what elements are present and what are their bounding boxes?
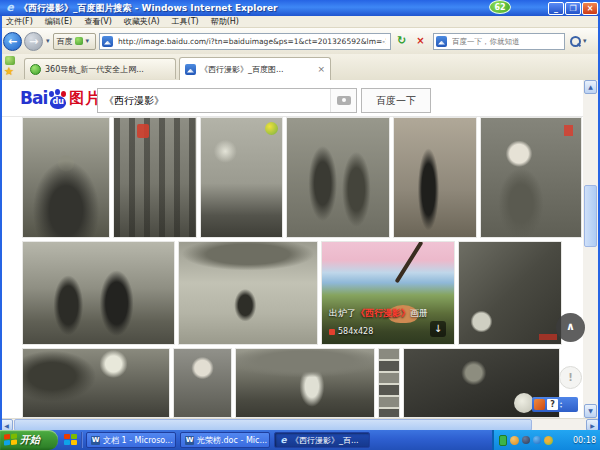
image-search-box[interactable]: [97, 88, 357, 113]
image-result[interactable]: [178, 241, 318, 345]
hover-caption: 出炉了《西行漫影》画册: [329, 307, 428, 320]
tab-close-icon[interactable]: ×: [317, 64, 325, 74]
desktop-screen: e 《西行漫影》_百度图片搜索 - Windows Internet Explo…: [0, 0, 600, 450]
quick-launch-icon[interactable]: [64, 434, 77, 446]
volume-tray-icon[interactable]: [533, 436, 541, 444]
qq-tray-icon[interactable]: [510, 436, 519, 445]
ime-sogou-icon[interactable]: [534, 399, 545, 410]
usb-device-tray-icon[interactable]: [499, 435, 507, 446]
system-tray: 00:18: [492, 430, 600, 450]
download-icon[interactable]: ↓: [430, 321, 446, 337]
search-magnifier-icon[interactable]: [567, 33, 582, 50]
address-input[interactable]: [116, 36, 388, 47]
back-to-top-button[interactable]: ∧: [556, 313, 585, 342]
forward-button[interactable]: →: [24, 32, 43, 51]
360-safety-tray-icon[interactable]: [544, 436, 553, 445]
image-size-label: 584x428: [329, 327, 373, 336]
minimize-button[interactable]: _: [548, 2, 564, 15]
360-score-badge[interactable]: 62: [489, 0, 511, 14]
ie-icon: e: [279, 436, 288, 445]
toolbar-dropdown-icon: ▾: [86, 37, 90, 45]
scroll-up-icon[interactable]: ▲: [584, 80, 597, 94]
taskbar-item-word-doc1[interactable]: W 文档 1 - Microso...: [86, 432, 176, 448]
favorites-star-icon[interactable]: ★: [4, 65, 14, 78]
taskbar: 开始 W 文档 1 - Microso... W 光荣榜.doc - Mic..…: [0, 430, 600, 450]
suggested-sites-icon[interactable]: [5, 56, 15, 65]
start-button[interactable]: 开始: [0, 430, 58, 450]
windows-flag-icon: [4, 434, 17, 447]
taskbar-clock[interactable]: 00:18: [573, 436, 596, 445]
ime-tray-icon[interactable]: [522, 436, 530, 444]
ime-toolbar[interactable]: ? ▴ ▾: [532, 397, 578, 412]
vertical-scrollbar[interactable]: ▲ ▼: [583, 80, 598, 418]
window-controls: _ ❐ ×: [548, 2, 598, 15]
image-result[interactable]: [393, 117, 477, 238]
baidu-paw-icon: du: [48, 90, 68, 110]
image-result-hovered[interactable]: 出炉了《西行漫影》画册 584x428 ↓: [321, 241, 455, 345]
toolbar-search-input[interactable]: [450, 36, 562, 47]
window-title: 《西行漫影》_百度图片搜索 - Windows Internet Explore…: [19, 2, 544, 15]
tab-label: 《西行漫影》_百度图...: [200, 64, 284, 75]
stop-button[interactable]: ×: [412, 33, 429, 50]
camera-search-icon[interactable]: [330, 89, 356, 112]
toolbar-status-icon: [75, 37, 83, 45]
ime-help-icon[interactable]: ?: [547, 399, 558, 410]
taskbar-divider: [81, 432, 83, 448]
360-favicon-icon: [30, 64, 41, 75]
baidu-search-button[interactable]: 百度一下: [361, 88, 431, 113]
menu-view[interactable]: 查看(V): [84, 16, 112, 27]
vertical-scroll-thumb[interactable]: [584, 185, 597, 247]
word-icon: W: [91, 436, 100, 445]
image-result[interactable]: [480, 117, 582, 238]
image-result[interactable]: [173, 348, 232, 418]
image-result[interactable]: [113, 117, 197, 238]
feedback-button[interactable]: !: [559, 366, 582, 389]
tab-label: 360导航_新一代安全上网...: [45, 64, 144, 75]
tab-bar: ★ 360导航_新一代安全上网... 《西行漫影》_百度图... ×: [0, 54, 600, 80]
image-result-strip[interactable]: [378, 348, 400, 418]
image-result[interactable]: [200, 117, 283, 238]
image-result[interactable]: [22, 117, 110, 238]
taskbar-item-label: 光荣榜.doc - Mic...: [197, 435, 267, 446]
close-button[interactable]: ×: [582, 2, 598, 15]
taskbar-item-label: 《西行漫影》_百...: [291, 435, 359, 446]
image-result[interactable]: [22, 241, 175, 345]
ime-expand-icons[interactable]: ▴ ▾: [560, 401, 562, 409]
caption-prefix: 出炉了: [329, 308, 356, 318]
baidu-header: Bai du 图片 百度一下: [0, 80, 583, 117]
baidu-favicon-icon: [185, 64, 196, 75]
menu-edit[interactable]: 编辑(E): [45, 16, 72, 27]
image-result[interactable]: [22, 348, 170, 418]
scroll-down-icon[interactable]: ▼: [584, 404, 597, 418]
tab-360-nav[interactable]: 360导航_新一代安全上网...: [24, 58, 176, 79]
caption-highlight: 《西行漫影》: [356, 308, 410, 318]
refresh-button[interactable]: ↻: [393, 33, 410, 50]
back-button[interactable]: ←: [3, 32, 22, 51]
tab-baidu-images-active[interactable]: 《西行漫影》_百度图... ×: [179, 57, 331, 80]
menu-file[interactable]: 文件(F): [6, 16, 33, 27]
toolbar-search-box[interactable]: [433, 33, 565, 50]
baidu-images-logo[interactable]: Bai du 图片: [20, 86, 101, 110]
search-options-dropdown-icon[interactable]: ▾: [583, 37, 587, 45]
menu-tools[interactable]: 工具(T): [172, 16, 199, 27]
image-result[interactable]: [235, 348, 375, 418]
taskbar-item-word-doc2[interactable]: W 光荣榜.doc - Mic...: [180, 432, 270, 448]
search-provider-icon: [436, 36, 447, 47]
taskbar-item-label: 文档 1 - Microso...: [103, 435, 173, 446]
restore-button[interactable]: ❐: [565, 2, 581, 15]
browser-viewport: Bai du 图片 百度一下 出炉了《西行漫影》画册 584x428: [0, 80, 583, 418]
baidu-toolbar-label: 百度: [57, 36, 73, 47]
menu-favorites[interactable]: 收藏夹(A): [124, 16, 160, 27]
baidu-toolbar-button[interactable]: 百度 ▾: [53, 33, 97, 50]
navigation-bar: ← → ▾ 百度 ▾ ↻ × ▾: [0, 28, 600, 54]
image-search-input[interactable]: [98, 94, 330, 107]
history-dropdown-icon[interactable]: ▾: [46, 37, 50, 45]
word-icon: W: [185, 436, 194, 445]
title-bar[interactable]: e 《西行漫影》_百度图片搜索 - Windows Internet Explo…: [0, 0, 600, 16]
image-result[interactable]: [286, 117, 390, 238]
menu-help[interactable]: 帮助(H): [211, 16, 239, 27]
image-result[interactable]: [458, 241, 562, 345]
address-bar[interactable]: [99, 33, 391, 50]
taskbar-item-ie-active[interactable]: e 《西行漫影》_百...: [274, 432, 370, 448]
ie-logo-icon: e: [4, 2, 16, 14]
